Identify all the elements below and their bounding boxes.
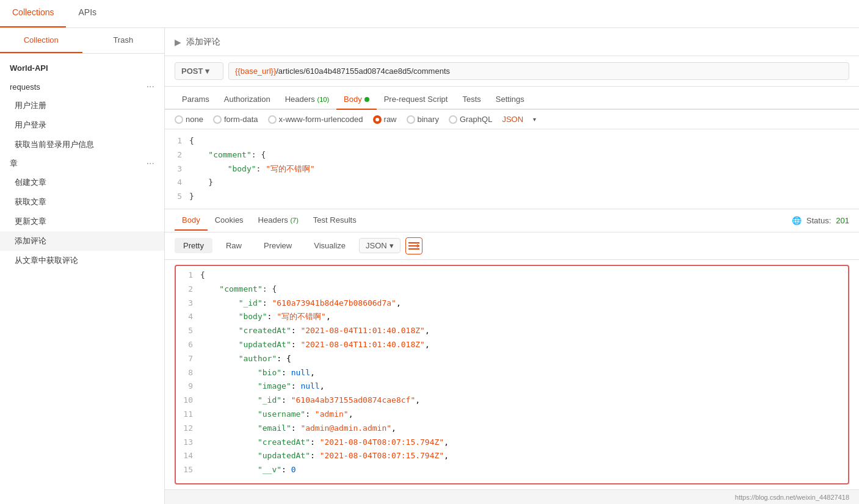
- footer-link[interactable]: https://blog.csdn.net/weixin_44827418: [735, 494, 849, 501]
- sidebar-item-get-user-info[interactable]: 获取当前登录用户信息: [0, 135, 164, 154]
- section-requests-label: requests: [10, 82, 40, 92]
- status-label: Status:: [806, 216, 831, 225]
- sidebar-subtab-collection[interactable]: Collection: [0, 28, 82, 53]
- request-tabs: Params Authorization Headers (10) Body P…: [165, 87, 859, 110]
- code-line-3: 3 "body": "写的不错啊": [165, 162, 859, 176]
- format-preview[interactable]: Preview: [255, 238, 300, 253]
- resp-tab-headers[interactable]: Headers (7): [251, 211, 306, 231]
- option-none-label: none: [186, 115, 203, 124]
- radio-form-data: [213, 115, 222, 124]
- sidebar-item-get-article[interactable]: 获取文章: [0, 192, 164, 212]
- code-line-5: 5 }: [165, 190, 859, 204]
- resp-headers-badge: (7): [290, 217, 298, 224]
- tab-authorization[interactable]: Authorization: [217, 90, 278, 110]
- request-title: 添加评论: [186, 37, 220, 48]
- section-article-more[interactable]: ···: [147, 158, 154, 169]
- option-raw[interactable]: raw: [373, 115, 397, 124]
- method-label: POST: [181, 67, 203, 76]
- sidebar-item-get-comments[interactable]: 从文章中获取评论: [0, 251, 164, 270]
- json-format-select[interactable]: JSON ▾: [359, 238, 401, 253]
- json-format-arrow: ▾: [390, 241, 394, 250]
- sidebar-item-create-article[interactable]: 创建文章: [0, 173, 164, 192]
- response-body[interactable]: 1{ 2 "comment": { 3 "_id": "610a73941b8d…: [175, 265, 849, 484]
- sidebar-item-add-comment[interactable]: 添加评论: [0, 231, 164, 251]
- option-x-www[interactable]: x-www-form-urlencoded: [268, 115, 363, 124]
- radio-x-www: [268, 115, 277, 124]
- url-base: {{base_url}}: [235, 67, 276, 76]
- sidebar: Collection Trash World-API requests ··· …: [0, 28, 165, 504]
- sidebar-item-update-article[interactable]: 更新文章: [0, 212, 164, 231]
- radio-none: [175, 115, 183, 124]
- json-type-select[interactable]: JSON: [502, 115, 523, 124]
- format-pretty[interactable]: Pretty: [175, 238, 212, 253]
- collection-title: World-API: [0, 59, 164, 77]
- sidebar-item-user-login[interactable]: 用户登录: [0, 115, 164, 135]
- sidebar-subtab-trash[interactable]: Trash: [82, 28, 165, 53]
- format-raw[interactable]: Raw: [217, 238, 250, 253]
- tab-collections[interactable]: Collections: [0, 0, 66, 27]
- footer: https://blog.csdn.net/weixin_44827418: [165, 489, 859, 504]
- request-body-editor[interactable]: 1 { 2 "comment": { 3 "body": "写的不错啊" 4 }…: [165, 129, 859, 209]
- tab-body[interactable]: Body: [336, 90, 377, 110]
- headers-badge: (10): [317, 96, 329, 103]
- wrap-icon[interactable]: [405, 237, 422, 254]
- section-requests-more[interactable]: ···: [147, 81, 154, 92]
- tab-apis[interactable]: APIs: [66, 0, 109, 27]
- resp-tab-body[interactable]: Body: [175, 211, 208, 231]
- response-format-bar: Pretty Raw Preview Visualize JSON ▾: [165, 232, 859, 260]
- format-visualize[interactable]: Visualize: [305, 238, 354, 253]
- section-article[interactable]: 章 ···: [0, 154, 164, 173]
- option-graphql[interactable]: GraphQL: [449, 115, 492, 124]
- section-article-label: 章: [10, 158, 18, 169]
- option-binary-label: binary: [418, 115, 439, 124]
- resp-tab-cookies[interactable]: Cookies: [208, 211, 251, 231]
- body-active-dot: [364, 97, 369, 102]
- tab-pre-request[interactable]: Pre-request Script: [377, 90, 455, 110]
- response-status: 🌐 Status: 201: [792, 216, 849, 225]
- url-input[interactable]: {{base_url}}/articles/610a4b487155ad0874…: [228, 62, 849, 80]
- code-line-1: 1 {: [165, 134, 859, 148]
- globe-icon: 🌐: [792, 216, 802, 225]
- option-graphql-label: GraphQL: [460, 115, 492, 124]
- url-path: /articles/610a4b487155ad0874cae8d5/comme…: [276, 67, 450, 76]
- status-code: 201: [836, 216, 849, 225]
- code-line-4: 4 }: [165, 176, 859, 190]
- tab-headers[interactable]: Headers (10): [278, 90, 336, 110]
- response-code: 1{ 2 "comment": { 3 "_id": "610a73941b8d…: [176, 266, 848, 480]
- tab-tests[interactable]: Tests: [455, 90, 488, 110]
- content-area: ▶ 添加评论 POST ▾ {{base_url}}/articles/610a…: [165, 28, 859, 504]
- method-dropdown-icon: ▾: [205, 67, 209, 76]
- json-dropdown-icon[interactable]: ▾: [533, 116, 536, 123]
- body-options: none form-data x-www-form-urlencoded raw…: [165, 110, 859, 129]
- json-format-label: JSON: [366, 241, 387, 250]
- radio-binary: [407, 115, 415, 124]
- response-tabs: Body Cookies Headers (7) Test Results 🌐 …: [165, 209, 859, 232]
- tab-settings[interactable]: Settings: [488, 90, 532, 110]
- option-x-www-label: x-www-form-urlencoded: [279, 115, 363, 124]
- option-form-data-label: form-data: [224, 115, 258, 124]
- code-line-2: 2 "comment": {: [165, 148, 859, 162]
- tab-params[interactable]: Params: [175, 90, 217, 110]
- radio-raw: [373, 115, 382, 124]
- url-bar: POST ▾ {{base_url}}/articles/610a4b48715…: [165, 56, 859, 87]
- resp-tab-test-results[interactable]: Test Results: [306, 211, 364, 231]
- option-binary[interactable]: binary: [407, 115, 439, 124]
- option-none[interactable]: none: [175, 115, 203, 124]
- radio-graphql: [449, 115, 457, 124]
- section-requests[interactable]: requests ···: [0, 77, 164, 96]
- request-title-bar: ▶ 添加评论: [165, 28, 859, 56]
- option-form-data[interactable]: form-data: [213, 115, 258, 124]
- option-raw-label: raw: [384, 115, 397, 124]
- triangle-icon: ▶: [175, 37, 181, 47]
- method-select[interactable]: POST ▾: [175, 62, 223, 80]
- sidebar-item-user-register[interactable]: 用户注册: [0, 96, 164, 115]
